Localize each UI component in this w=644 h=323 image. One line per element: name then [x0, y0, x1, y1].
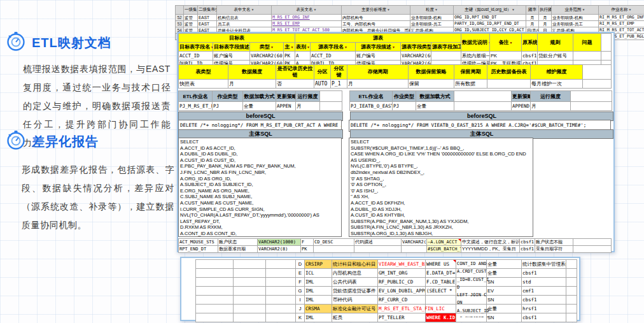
filter-dropdown-icon[interactable]: ▼ [582, 8, 585, 11]
column-header: 类型 [260, 44, 270, 50]
source-table-en-name: PT_TELLER [378, 313, 426, 322]
source-table-cn-name: 内部机构信息 [332, 269, 378, 278]
column-header: 分区 [314, 65, 331, 80]
sql-line: NVL(C.BTYPE,'0') AS BTYPE_, [351, 163, 531, 169]
source-table-group-header: 源表 [295, 34, 461, 43]
column-header: 是否记录历史拉链 [276, 65, 314, 80]
column-header: 源表字段描述 [361, 44, 391, 50]
table-name-link[interactable]: M_RS_ET_EMP [272, 21, 342, 27]
sql-line: A.DUBIL_ID AS DUBIL_ID, [180, 151, 340, 157]
filter-dropdown-icon[interactable]: ▼ [307, 45, 310, 49]
storage-value-row: 快照表 月 否 AUTO P_1 月 保留 所有数据 每月维护一次 [179, 80, 612, 89]
sql-line: LAST_REPAY_DT, [180, 219, 340, 225]
column-header: 更新策略 [276, 91, 296, 102]
source-system-code: ICL [305, 269, 332, 278]
sql-line: A.SUBJECT_ID AS MXKMBH, [351, 237, 531, 238]
source-table-cn-name: 贷款借据准贷证事件 [332, 287, 378, 296]
sql-line: '0' AS ISHJ_, [351, 188, 531, 194]
source-table-en-name: RF_PUBLIC_CD [378, 278, 426, 287]
sql-line: A.DUBIL_ID AS XDJJH, [351, 206, 531, 213]
column-header: 频率 [528, 7, 536, 11]
etl-job-table-right: ETL作业名 作业类型 数据加载方式 更新策略 运行频度 PJ_IEATB_O_… [349, 90, 612, 111]
filter-dropdown-icon[interactable]: ▼ [435, 8, 438, 11]
column-header: 数据元说明 [462, 39, 487, 45]
source-table-row: I IML 币种代码 RF_CURR_CD SN cbsf1 [196, 296, 577, 305]
sql-line: A.ACCT_ID AS DKFHZH, [351, 200, 531, 206]
column-header: 表别 [296, 44, 306, 50]
column-header: 分区键 [331, 65, 347, 80]
filter-dropdown-icon[interactable]: ▼ [387, 8, 390, 11]
column-header: 运行频度 [296, 91, 320, 102]
sql-line: '' AS XH, [351, 194, 531, 200]
section-etl-mapping: ETL映射文档 [5, 31, 111, 55]
table-row: 53 监管 EAST 员工表 M_RS_ET_EMP 工号、内部机构号 业务明细… [176, 21, 644, 27]
sql-fragment: F.CD_TABLE_ [426, 278, 456, 287]
origin-system: hrsf1 [522, 305, 566, 313]
source-table-en-name: EV_LON_DUBIL_APPR [378, 287, 426, 296]
column-header: 业务范围 [565, 7, 582, 11]
column-header: 存储周期 [347, 65, 409, 80]
sql-line: A.CONT_ID AS CONT_ID, [180, 231, 340, 237]
table-row: 52 监管 EAST 机构信息表 M_RS_ET_ORG_INF 内部机构号 业… [176, 15, 644, 21]
source-table-en-name: GM_INT_ORG [378, 269, 426, 278]
column-header: 数据频度 [228, 65, 276, 80]
sql-line: D [457, 284, 495, 291]
sql-line: =C.SUBJECT_I [457, 315, 495, 317]
column-header: 目标表字段描述 [214, 44, 249, 50]
filter-dropdown-icon[interactable]: ▼ [512, 8, 515, 11]
sql-line: '0' AS OPTION_, [351, 182, 531, 188]
origin-system: cmf1 [522, 287, 566, 296]
filter-dropdown-icon[interactable]: ▼ [510, 41, 513, 45]
alias-letter: J [296, 305, 305, 313]
filter-dropdown-icon[interactable]: ▼ [251, 8, 255, 11]
sql-line: CONT_ID AND [457, 260, 495, 268]
mapping-document-window: 目标表 源表 数据元说明▼ 备注▼ 原系统▼ 规则 问题 目标表字段名▼ 目标表… [177, 32, 615, 252]
column-header: 保留周期 [454, 65, 487, 80]
source-system-code: IML [305, 296, 332, 305]
column-header: 主要分析维度 [361, 7, 386, 11]
group-header-row: 目标表 源表 数据元说明▼ 备注▼ 原系统▼ 规则 问题 [179, 34, 612, 43]
sql-line: SUBSTR('#$CUR_BATCH_TIME#',1,6)||'--' AS… [351, 145, 531, 152]
sql-line: J.FIN_LCNC_NBR AS FIN_LCNC_NBR, [180, 169, 340, 176]
sql-line: LEFT JOIN C [457, 291, 495, 299]
origin-system: std [522, 278, 566, 287]
filter-dropdown-icon[interactable]: ▼ [270, 45, 274, 49]
sql-line: ON [457, 299, 495, 306]
sql-line: A.ORG_ID AS ORG_ID, [180, 176, 340, 182]
filter-dropdown-icon[interactable]: ▼ [392, 45, 395, 49]
sql-line: D.RXKM AS RXKM, [180, 224, 340, 231]
column-header: 原系统 [522, 39, 538, 45]
source-table-en-name: M_RS_ET_ETL_STA_FIN_LIC [378, 305, 426, 313]
section-title: ETL映射文档 [32, 34, 111, 52]
table-name-link[interactable]: M_RS_ET_ORG_INF [272, 15, 342, 21]
filter-dropdown-icon[interactable]: ▼ [629, 8, 632, 11]
alias-letter: G [296, 287, 305, 296]
join-sql-overlay: CONT_ID ANDA.CRDT_CUST_ID=B.CUST_IDLEFT … [457, 260, 495, 317]
section-title: 差异化报告 [32, 133, 99, 150]
sql-fragment: WHERE US [426, 260, 456, 269]
sql-line: '0' AS SHTAG_, [351, 176, 531, 182]
column-header: 粒度 [426, 7, 434, 11]
column-header: 表英文名 [297, 7, 313, 11]
source-table-cn-name: 柜员 [332, 313, 378, 322]
slide-canvas: ETL映射文档 梳理报送数据表填报范围，与EAST复用度，通过统一业务与技术口径… [0, 0, 644, 323]
filter-dropdown-icon[interactable]: ▼ [291, 45, 294, 49]
sql-line: A.CUST_NAME AS CUST_NAME, [180, 200, 340, 206]
sql-line: SELECT [351, 139, 531, 145]
main-sql-body-right: SELECTSUBSTR('#$CUR_BATCH_TIME#',1,6)||'… [349, 138, 533, 237]
mapping-row: RPT_END_DT 数据基准日期 VARCHAR2(8) PK #$CUR_B… [179, 246, 612, 253]
sql-line: SUBSTR(A.ORG_ID,1,30) AS NBJGH, [351, 231, 531, 237]
sql-line: SELECT [180, 139, 340, 145]
column-header: 源表字段类型 [402, 44, 431, 50]
row-number: 53 [176, 21, 184, 27]
filter-dropdown-icon[interactable]: ▼ [211, 45, 213, 49]
origin-system: cbsf1 [522, 313, 566, 322]
source-tables-window: D CRSIRP 统计科目和核心科目 VIEARW_WH_EAST_B2 WHE… [180, 257, 580, 321]
field-mapping-table: 目标表 源表 数据元说明▼ 备注▼ 原系统▼ 规则 问题 目标表字段名▼ 目标表… [178, 33, 612, 67]
sql-line: A.CUST_ID AS CUST_ID, [180, 157, 340, 164]
column-header: 一级集市 [185, 7, 198, 11]
target-table-group-header: 目标表 [179, 34, 295, 43]
filter-dropdown-icon[interactable]: ▼ [344, 45, 347, 49]
column-header: 更新策略 [512, 91, 531, 102]
filter-dropdown-icon[interactable]: ▼ [314, 8, 317, 11]
